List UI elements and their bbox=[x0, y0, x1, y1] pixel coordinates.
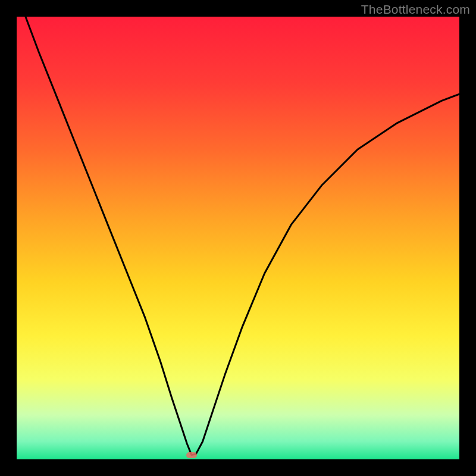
bottleneck-curve bbox=[17, 17, 459, 459]
curve-minimum-marker bbox=[186, 452, 197, 458]
watermark-text: TheBottleneck.com bbox=[361, 2, 470, 17]
chart-frame: TheBottleneck.com bbox=[0, 0, 476, 476]
plot-area bbox=[17, 17, 459, 459]
